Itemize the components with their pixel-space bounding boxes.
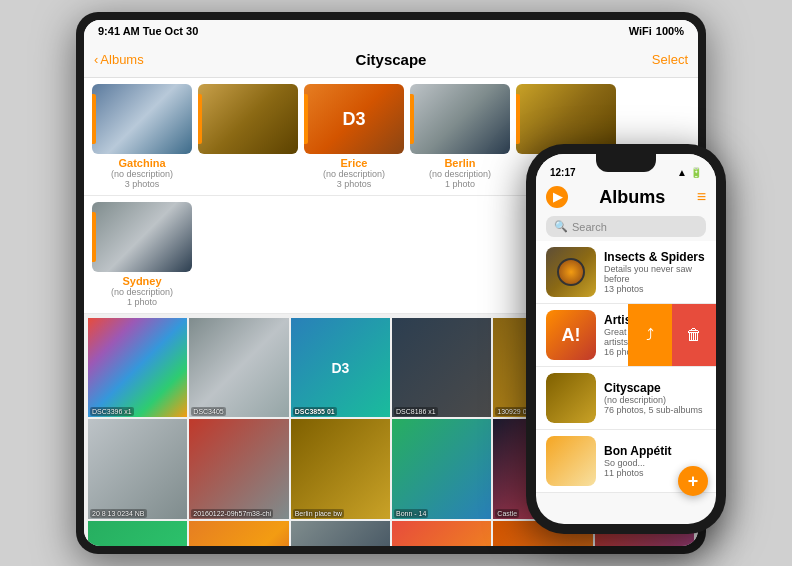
photo-cell[interactable]: DSC06976 [392,521,491,546]
album-gatchina2[interactable] [198,84,298,189]
insects-desc: Details you never saw before [604,264,706,284]
bon-thumb [546,436,596,486]
album-count-erice: 3 photos [337,179,372,189]
album-strip [92,94,96,144]
artistics-thumb: A! [546,310,596,360]
photo-cell[interactable]: DSC3396 x1 [88,318,187,417]
album-strip-berlin [410,94,414,144]
artistics-main: A! Artistics Great photos from great art… [536,304,716,366]
photo-cell[interactable]: DSC00469-LOs Angeles [291,521,390,546]
album-desc-berlin: (no description) [429,169,491,179]
photo-label: Castle [495,509,519,518]
photo-label: DSC8186 x1 [394,407,438,416]
cityscape-name: Cityscape [604,381,706,395]
device-group: 9:41 AM Tue Oct 30 WiFi 100% ‹ Albums Ci… [76,12,716,554]
insects-name: Insects & Spiders [604,250,706,264]
album-strip-sydney [92,212,96,262]
insects-info: Insects & Spiders Details you never saw … [604,250,706,294]
search-bar[interactable]: 🔍 Search [546,216,706,237]
album-desc-gatchina: (no description) [111,169,173,179]
insects-count: 13 photos [604,284,706,294]
iphone-album-artistics[interactable]: A! Artistics Great photos from great art… [536,304,716,367]
album-erice[interactable]: D3 Erice (no description) 3 photos [304,84,404,189]
photo-cell[interactable]: Castle [88,521,187,546]
ipad-battery: 100% [656,25,684,37]
photo-cell[interactable]: Depuis Vysehrad [189,521,288,546]
iphone-notch [596,154,656,172]
album-strip-zaragoza [516,94,520,144]
cityscape-count: 76 photos, 5 sub-albums [604,405,706,415]
album-berlin[interactable]: Berlin (no description) 1 photo [410,84,510,189]
photo-label: 20160122-09h57m38-chi [191,509,273,518]
album-thumb-g2 [198,84,298,154]
album-thumb-gatchina [92,84,192,154]
add-album-button[interactable]: + [678,466,708,496]
cityscape-desc: (no description) [604,395,706,405]
photo-cell[interactable]: 20160122-09h57m38-chi [189,419,288,518]
photo-cell[interactable]: D3 DSC3855 01 [291,318,390,417]
photo-label: Bonn - 14 [394,509,428,518]
photo-label: Berlin place bw [293,509,344,518]
album-name-berlin: Berlin [444,157,475,169]
photo-label: DSC3405 [191,407,225,416]
album-desc-erice: (no description) [323,169,385,179]
chevron-left-icon: ‹ [94,52,98,67]
delete-button[interactable]: 🗑 [672,304,716,366]
share-button[interactable]: ⤴ [628,304,672,366]
iphone-album-cityscape[interactable]: Cityscape (no description) 76 photos, 5 … [536,367,716,430]
album-strip-erice [304,94,308,144]
album-name-gatchina: Gatchina [118,157,165,169]
cityscape-info: Cityscape (no description) 76 photos, 5 … [604,381,706,415]
ipad-status-right: WiFi 100% [629,25,684,37]
photo-label: 20 8 13 0234 NB [90,509,147,518]
photo-cell[interactable]: Bonn - 14 [392,419,491,518]
select-button[interactable]: Select [652,52,688,67]
album-count-berlin: 1 photo [445,179,475,189]
photo-cell[interactable]: DSC8186 x1 [392,318,491,417]
iphone-device: 12:17 ▲ 🔋 ▶ Albums ≡ 🔍 Search [526,144,726,534]
swipe-actions: ⤴ 🗑 [628,304,716,366]
iphone-header: ▶ Albums ≡ [536,182,716,212]
photo-cell[interactable]: 20 8 13 0234 NB [88,419,187,518]
ipad-status-bar: 9:41 AM Tue Oct 30 WiFi 100% [84,20,698,42]
bon-name: Bon Appétit [604,444,706,458]
album-name-erice: Erice [341,157,368,169]
search-icon: 🔍 [554,220,568,233]
album-name-sydney: Sydney [122,275,161,287]
photo-label: DSC3396 x1 [90,407,134,416]
iphone-wifi-icon: ▲ [677,167,687,178]
page-title: Cityscape [356,51,427,68]
cityscape-thumb [546,373,596,423]
iphone-battery-icon: 🔋 [690,167,702,178]
album-strip-2 [198,94,202,144]
back-label[interactable]: Albums [100,52,143,67]
album-count-gatchina: 3 photos [125,179,160,189]
photo-label: DSC3855 01 [293,407,337,416]
insects-thumb [546,247,596,297]
album-count-sydney: 1 photo [127,297,157,307]
iphone-title: Albums [599,187,665,208]
photo-cell[interactable]: DSC3405 [189,318,288,417]
album-thumb-sydney [92,202,192,272]
album-sydney[interactable]: Sydney (no description) 1 photo [92,202,192,307]
album-gatchina[interactable]: Gatchina (no description) 3 photos [92,84,192,189]
menu-icon[interactable]: ≡ [697,188,706,206]
ipad-nav-bar: ‹ Albums Cityscape Select [84,42,698,78]
iphone-album-insects[interactable]: Insects & Spiders Details you never saw … [536,241,716,304]
app-logo: ▶ [546,186,568,208]
photo-cell[interactable]: Berlin place bw [291,419,390,518]
search-placeholder: Search [572,221,607,233]
album-desc-sydney: (no description) [111,287,173,297]
back-button[interactable]: ‹ Albums [94,52,144,67]
ipad-wifi-icon: WiFi [629,25,652,37]
iphone-status-right: ▲ 🔋 [677,167,702,178]
ipad-time: 9:41 AM Tue Oct 30 [98,25,198,37]
iphone-time: 12:17 [550,167,576,178]
album-thumb-berlin [410,84,510,154]
album-thumb-erice: D3 [304,84,404,154]
